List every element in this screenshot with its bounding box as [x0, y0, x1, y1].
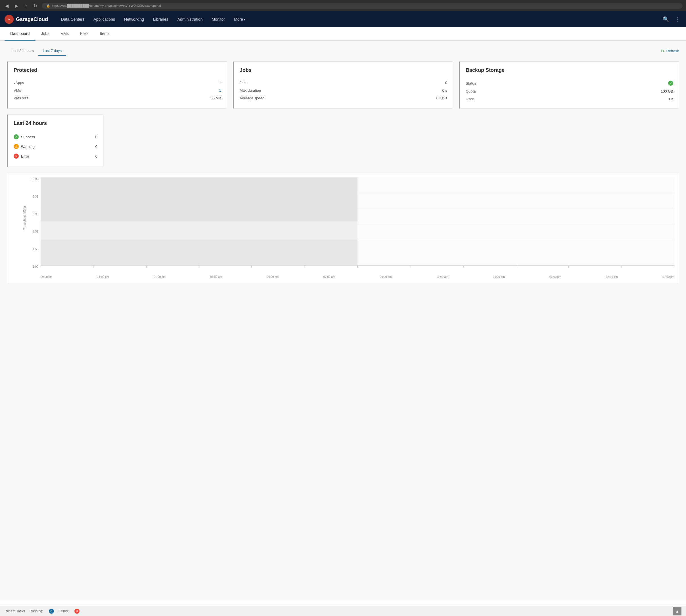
- tab-vms[interactable]: VMs: [55, 27, 74, 41]
- nav-networking[interactable]: Networking: [120, 15, 148, 24]
- x-tick-4: 05:00 am: [266, 276, 279, 279]
- time-filter: Last 24 hours Last 7 days ↻ Refresh: [7, 46, 679, 56]
- time-tab-7d[interactable]: Last 7 days: [38, 46, 66, 56]
- y-tick-3: 2.51: [31, 230, 38, 233]
- svg-rect-9: [41, 177, 358, 221]
- jobs-label: Jobs: [240, 81, 247, 85]
- error-label: Error: [21, 154, 29, 158]
- used-value: 0 B: [667, 97, 673, 101]
- vms-row: VMs 1: [14, 87, 221, 94]
- search-button[interactable]: 🔍: [661, 15, 671, 24]
- time-tab-24h[interactable]: Last 24 hours: [7, 46, 38, 56]
- nav-applications[interactable]: Applications: [90, 15, 119, 24]
- jobs-row: Jobs 0: [240, 79, 447, 87]
- x-tick-0: 09:00 pm: [41, 276, 52, 279]
- home-button[interactable]: ⌂: [23, 3, 29, 9]
- y-axis-label: Throughput (MB/s): [23, 206, 26, 230]
- avg-speed-value: 0 KB/s: [436, 96, 447, 100]
- x-tick-6: 09:00 am: [380, 276, 392, 279]
- browser-chrome: ◀ ▶ ⌂ ↻ 🔒 https://vcd.██████████/tenant/…: [0, 0, 686, 12]
- refresh-button[interactable]: ↻ Refresh: [661, 48, 679, 54]
- nav-administration[interactable]: Administration: [173, 15, 207, 24]
- tab-jobs[interactable]: Jobs: [36, 27, 56, 41]
- time-tabs: Last 24 hours Last 7 days: [7, 46, 66, 56]
- nav-more[interactable]: More: [230, 15, 250, 24]
- forward-button[interactable]: ▶: [13, 3, 20, 9]
- svg-rect-10: [41, 240, 358, 265]
- error-icon: ✕: [14, 154, 19, 159]
- vapps-row: vApps 1: [14, 79, 221, 87]
- nav-actions: 🔍 ⋮: [661, 15, 682, 24]
- url-text: https://vcd.██████████/tenant/my-org/plu…: [52, 4, 161, 7]
- error-count: 0: [95, 154, 98, 158]
- status-ok-icon: ✓: [668, 81, 673, 86]
- cards-row: Protected vApps 1 VMs 1 VMs size 36 MB J…: [7, 61, 679, 109]
- max-duration-value: 0 s: [443, 88, 447, 92]
- brand: V GarageCloud: [4, 15, 48, 24]
- tab-files[interactable]: Files: [74, 27, 94, 41]
- success-icon: ✓: [14, 134, 19, 139]
- vms-label: VMs: [14, 88, 21, 92]
- max-duration-row: Max duration 0 s: [240, 87, 447, 94]
- back-button[interactable]: ◀: [3, 3, 10, 9]
- jobs-card-title: Jobs: [240, 67, 447, 73]
- avg-speed-label: Average speed: [240, 96, 264, 100]
- x-tick-7: 11:00 am: [436, 276, 448, 279]
- x-tick-3: 03:00 am: [210, 276, 222, 279]
- last24-title: Last 24 hours: [14, 120, 98, 126]
- vapps-value: 1: [219, 81, 221, 85]
- error-label-group: ✕ Error: [14, 154, 29, 159]
- jobs-value: 0: [445, 81, 447, 85]
- jobs-card: Jobs Jobs 0 Max duration 0 s Average spe…: [233, 61, 453, 109]
- top-navigation: V GarageCloud Data Centers Applications …: [0, 12, 686, 27]
- last24-card: Last 24 hours ✓ Success 0 ⚠ Warning 0 ✕ …: [7, 114, 103, 167]
- throughput-chart: Throughput (MB/s) 10.00 6.31 3.98 2.51 1…: [7, 173, 679, 284]
- main-content: Last 24 hours Last 7 days ↻ Refresh Prot…: [0, 41, 686, 600]
- y-tick-0: 10.00: [31, 177, 38, 180]
- warning-label: Warning: [21, 145, 35, 149]
- x-tick-8: 01:00 pm: [493, 276, 505, 279]
- nav-links: Data Centers Applications Networking Lib…: [57, 15, 661, 24]
- refresh-label: Refresh: [666, 49, 679, 53]
- refresh-browser-button[interactable]: ↻: [32, 3, 39, 9]
- x-tick-5: 07:00 am: [323, 276, 335, 279]
- chart-area: 09:00 pm 11:00 pm 01:00 am 03:00 am 05:0…: [41, 177, 674, 279]
- vapps-label: vApps: [14, 81, 24, 85]
- x-tick-10: 05:00 pm: [606, 276, 618, 279]
- protected-card: Protected vApps 1 VMs 1 VMs size 36 MB: [7, 61, 227, 109]
- warning-count: 0: [95, 145, 98, 149]
- status-row: Status ✓: [466, 79, 673, 87]
- backup-storage-title: Backup Storage: [466, 67, 673, 73]
- more-options-button[interactable]: ⋮: [673, 15, 682, 24]
- success-label-group: ✓ Success: [14, 134, 35, 139]
- quota-row: Quota 100 GB: [466, 87, 673, 95]
- chart-svg: [41, 177, 674, 274]
- avg-speed-row: Average speed 0 KB/s: [240, 94, 447, 102]
- y-tick-2: 3.98: [31, 213, 38, 216]
- used-label: Used: [466, 97, 474, 101]
- sub-navigation: Dashboard Jobs VMs Files Items: [0, 27, 686, 41]
- vms-size-row: VMs size 36 MB: [14, 94, 221, 102]
- nav-datacenters[interactable]: Data Centers: [57, 15, 88, 24]
- x-tick-11: 07:00 pm: [662, 276, 674, 279]
- nav-libraries[interactable]: Libraries: [149, 15, 172, 24]
- status-label: Status: [466, 81, 476, 85]
- backup-storage-card: Backup Storage Status ✓ Quota 100 GB Use…: [459, 61, 679, 109]
- quota-label: Quota: [466, 89, 476, 93]
- used-row: Used 0 B: [466, 95, 673, 103]
- x-tick-1: 11:00 pm: [97, 276, 109, 279]
- nav-monitor[interactable]: Monitor: [208, 15, 229, 24]
- quota-value: 100 GB: [661, 89, 673, 93]
- lock-icon: 🔒: [46, 4, 50, 8]
- x-axis-labels: 09:00 pm 11:00 pm 01:00 am 03:00 am 05:0…: [41, 275, 674, 279]
- x-tick-2: 01:00 am: [154, 276, 166, 279]
- brand-logo: V: [4, 15, 14, 24]
- vms-value[interactable]: 1: [219, 88, 221, 92]
- tab-items[interactable]: Items: [94, 27, 115, 41]
- vms-size-label: VMs size: [14, 96, 29, 100]
- svg-text:V: V: [8, 18, 10, 21]
- url-bar[interactable]: 🔒 https://vcd.██████████/tenant/my-org/p…: [42, 3, 683, 9]
- vms-size-value: 36 MB: [210, 96, 221, 100]
- tab-dashboard[interactable]: Dashboard: [4, 27, 36, 41]
- y-tick-5: 1.00: [31, 265, 38, 268]
